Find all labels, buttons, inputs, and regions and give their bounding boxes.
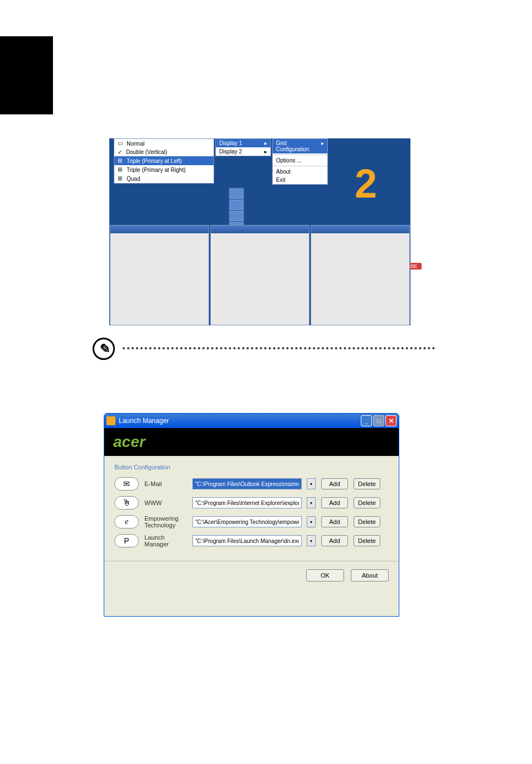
config-label: Grid Configuration <box>276 140 321 152</box>
ok-button[interactable]: OK <box>306 569 344 582</box>
p-icon: P <box>124 536 129 545</box>
key-button-email[interactable]: ✉ <box>114 477 139 491</box>
config-row-www: 🖰 WWW ▾ Add Delete <box>114 496 389 510</box>
add-button[interactable]: Add <box>321 535 348 546</box>
sub-window-3 <box>311 225 410 325</box>
config-label: About <box>276 169 291 175</box>
path-input-empowering[interactable] <box>192 516 302 527</box>
toolbar-icon[interactable] <box>230 200 243 210</box>
config-row-email: ✉ E-Mail ▾ Add Delete <box>114 477 389 491</box>
triple-right-icon: ⊞ <box>118 166 124 173</box>
dropdown-arrow-icon[interactable]: ▾ <box>307 516 316 527</box>
minimize-button[interactable]: _ <box>361 415 372 426</box>
gridvista-screenshot: ▭ Normal Double (Vertical) ⊞ Triple (Pri… <box>109 138 410 325</box>
arrow-right-icon: ▸ <box>321 140 324 152</box>
about-item[interactable]: About <box>273 167 327 176</box>
menu-item-quad[interactable]: ⊞ Quad <box>114 174 214 183</box>
quad-icon: ⊞ <box>118 175 124 182</box>
delete-button[interactable]: Delete <box>354 516 380 527</box>
config-row-launchmgr: P Launch Manager ▾ Add Delete <box>114 534 389 547</box>
e-icon: e <box>125 517 128 526</box>
side-tab <box>0 36 53 114</box>
path-input-www[interactable] <box>192 497 302 508</box>
arrow-right-icon: ▸ <box>264 140 267 146</box>
menu-item-triple-left[interactable]: ⊞ Triple (Primary at Left) <box>114 156 214 165</box>
dropdown-arrow-icon[interactable]: ▾ <box>307 478 316 489</box>
globe-icon: 🖰 <box>122 498 131 508</box>
note-icon: ✎ <box>91 336 117 362</box>
sub-window-1 <box>110 225 209 325</box>
add-button[interactable]: Add <box>321 497 348 508</box>
add-button[interactable]: Add <box>321 478 348 489</box>
mail-icon: ✉ <box>123 479 130 488</box>
key-button-empowering[interactable]: e <box>114 515 139 528</box>
arrow-right-icon: ▸ <box>264 148 267 155</box>
region-number-2: 2 <box>355 161 377 206</box>
about-button[interactable]: About <box>351 569 389 582</box>
footer: OK About <box>104 561 399 589</box>
display-2-item[interactable]: Display 2 ▸ <box>216 147 270 156</box>
display-1-item[interactable]: Display 1 ▸ <box>216 139 270 147</box>
dropdown-arrow-icon[interactable]: ▾ <box>307 497 316 508</box>
key-label: Empowering Technology <box>144 515 187 528</box>
grid-config-item[interactable]: Grid Configuration ▸ <box>273 139 327 153</box>
sub-windows-row <box>109 225 410 325</box>
delete-button[interactable]: Delete <box>354 535 380 546</box>
key-label: Launch Manager <box>144 534 187 547</box>
config-submenu: Grid Configuration ▸ Options ... About E… <box>272 138 328 185</box>
menu-label: Quad <box>127 176 140 182</box>
menu-divider <box>273 155 327 155</box>
body: Button Configuration ✉ E-Mail ▾ Add Dele… <box>104 456 399 561</box>
title-text: Launch Manager <box>119 417 169 425</box>
add-button[interactable]: Add <box>321 516 348 527</box>
key-button-p[interactable]: P <box>114 534 139 547</box>
path-input-launchmgr[interactable] <box>192 535 302 546</box>
display-label: Display 1 <box>219 140 242 146</box>
dotted-divider <box>123 347 435 349</box>
triple-left-icon: ⊞ <box>118 157 124 164</box>
menu-label: Double (Vertical) <box>126 149 167 155</box>
key-button-www[interactable]: 🖰 <box>114 496 139 510</box>
menu-label: Normal <box>127 141 144 147</box>
delete-button[interactable]: Delete <box>354 497 380 508</box>
sub-titlebar <box>311 225 409 233</box>
delete-button[interactable]: Delete <box>354 478 380 489</box>
menu-item-double[interactable]: Double (Vertical) <box>114 148 214 156</box>
key-label: WWW <box>144 499 187 506</box>
path-input-email[interactable] <box>192 478 302 489</box>
brand-header: acer <box>104 428 399 456</box>
app-icon <box>107 416 115 425</box>
titlebar[interactable]: Launch Manager _ □ ✕ <box>104 414 399 428</box>
menu-label: Triple (Primary at Right) <box>127 167 186 173</box>
key-label: E-Mail <box>144 480 187 487</box>
display-submenu: Display 1 ▸ Display 2 ▸ <box>215 138 271 156</box>
options-item[interactable]: Options ... <box>273 156 327 165</box>
menu-item-triple-right[interactable]: ⊞ Triple (Primary at Right) <box>114 165 214 174</box>
maximize-button: □ <box>373 415 384 426</box>
display-label: Display 2 <box>219 148 242 155</box>
close-button[interactable]: ✕ <box>385 415 396 426</box>
dropdown-arrow-icon[interactable]: ▾ <box>307 535 316 546</box>
menu-divider <box>273 166 327 166</box>
toolbar-icon[interactable] <box>230 189 243 199</box>
toolbar-icon[interactable] <box>230 211 243 221</box>
menu-item-normal[interactable]: ▭ Normal <box>114 139 214 148</box>
menu-label: Triple (Primary at Left) <box>127 158 182 164</box>
single-icon: ▭ <box>118 140 124 147</box>
exit-item[interactable]: Exit <box>273 176 327 184</box>
config-label: Exit <box>276 177 286 183</box>
config-row-empowering: e Empowering Technology ▾ Add Delete <box>114 515 389 528</box>
sub-titlebar <box>110 225 209 233</box>
sub-titlebar <box>211 225 309 233</box>
config-label: Options ... <box>276 157 302 164</box>
launch-manager-window: Launch Manager _ □ ✕ acer Button Configu… <box>104 413 399 617</box>
layout-menu: ▭ Normal Double (Vertical) ⊞ Triple (Pri… <box>114 138 214 184</box>
window-controls: _ □ ✕ <box>361 415 396 426</box>
section-label: Button Configuration <box>114 464 389 470</box>
window-title: Launch Manager <box>107 416 169 425</box>
sub-window-2 <box>210 225 309 325</box>
acer-logo: acer <box>113 433 146 451</box>
